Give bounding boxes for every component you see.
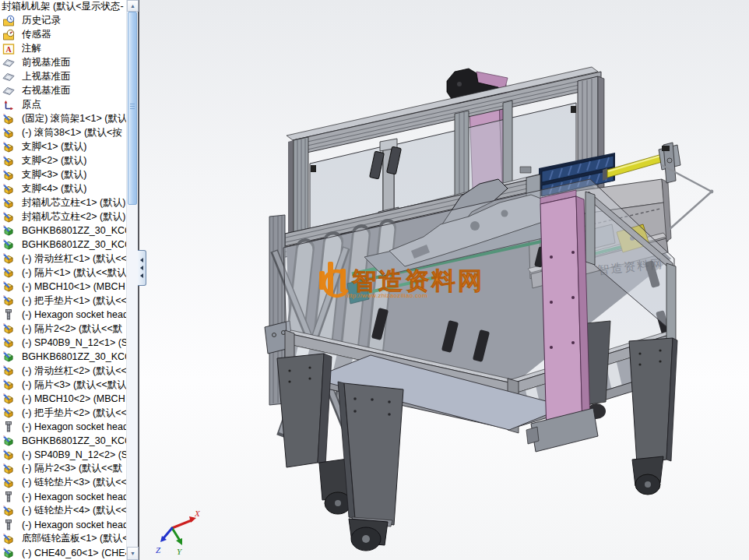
part-icon	[2, 294, 16, 307]
watermark-title: 智造资料网	[351, 267, 484, 294]
tree-item[interactable]: 历史记录	[0, 14, 126, 28]
part-icon	[2, 449, 16, 461]
tree-item[interactable]: A注解	[0, 42, 126, 56]
tree-item[interactable]: 支脚<3> (默认)	[0, 168, 126, 182]
machine-leg[interactable]	[338, 382, 403, 551]
tree-item[interactable]: (-) 滑动丝杠<2> (默认<<	[0, 364, 126, 378]
tree-item[interactable]: (-) 隔片2<2> (默认<<默	[0, 322, 126, 336]
caster-wheel[interactable]	[349, 517, 392, 551]
tree-item[interactable]: BGHKB6801ZZ_30_KCC<	[0, 434, 126, 448]
tree-item-label: (-) 隔片<3> (默认<<默认	[22, 379, 126, 392]
tree-item[interactable]: (-) 隔片<1> (默认<<默认	[0, 266, 126, 280]
part-icon	[2, 113, 16, 125]
tree-item[interactable]: 传感器	[0, 28, 126, 42]
tree-item[interactable]: 原点	[0, 98, 126, 112]
part-icon	[2, 280, 16, 293]
tree-item[interactable]: 支脚<2> (默认)	[0, 154, 126, 168]
tree-item[interactable]: 封箱机芯立柱<2> (默认)	[0, 210, 126, 224]
tree-item[interactable]: (-) Hexagon socket head	[0, 420, 126, 434]
tree-item[interactable]: 支脚<4> (默认)	[0, 182, 126, 196]
tree-item[interactable]: (-) CHE40_60<1> (CHE4	[0, 546, 126, 560]
tree-item[interactable]: (-) Hexagon socket head	[0, 518, 126, 532]
tree-item-label: BGHKB6801ZZ_30_KCC<	[22, 239, 126, 250]
collapse-arrow-icon	[140, 266, 143, 270]
scrollbar-thumb[interactable]	[128, 12, 137, 205]
tree-item[interactable]: (-) 隔片<3> (默认<<默认	[0, 378, 126, 392]
tree-item-label: (-) 滑动丝杠<2> (默认<<	[22, 365, 126, 378]
part-green-icon	[2, 435, 16, 447]
tree-item[interactable]: (固定) 滚筒架1<1> (默认<	[0, 112, 126, 126]
origin-icon	[2, 99, 16, 111]
tree-item-label: 注解	[22, 42, 41, 55]
tree-item[interactable]: (-) 滚筒38<1> (默认<按	[0, 126, 126, 140]
tree-item[interactable]: BGHKB6801ZZ_30_KCC<	[0, 238, 126, 252]
history-icon	[2, 15, 16, 27]
tree-item-list: 历史记录传感器A注解前视基准面上视基准面右视基准面原点(固定) 滚筒架1<1> …	[0, 14, 126, 560]
tree-item[interactable]: BGHKB6801ZZ_30_KCC<	[0, 350, 126, 364]
tree-item[interactable]: (-) SP40B9_N_12<2> (SP	[0, 448, 126, 462]
plane-icon	[2, 57, 16, 69]
tree-item-label: BGHKB6801ZZ_30_KCC<	[22, 225, 126, 236]
feature-tree: 封箱机机架 (默认<显示状态- 历史记录传感器A注解前视基准面上视基准面右视基准…	[0, 0, 126, 560]
tree-item[interactable]: 右视基准面	[0, 84, 126, 98]
machine-model[interactable]: 智造资料网	[265, 67, 713, 551]
tree-item-label: 底部链轮盖板<1> (默认<	[22, 532, 126, 545]
coordinate-triad: X Y Z	[156, 509, 201, 556]
tree-item[interactable]: (-) Hexagon socket head	[0, 308, 126, 322]
scroll-down-button[interactable]: ▼	[127, 547, 139, 560]
tree-item[interactable]: (-) MBCH10<1> (MBCH	[0, 280, 126, 294]
svg-text:A: A	[5, 45, 12, 54]
part-icon	[2, 477, 16, 489]
tree-root-label: 封箱机机架 (默认<显示状态-	[2, 0, 124, 13]
part-icon	[2, 365, 16, 377]
tree-item[interactable]: (-) MBCH10<2> (MBCH	[0, 392, 126, 406]
tree-item-label: (-) Hexagon socket head	[22, 491, 126, 502]
part-icon	[2, 266, 16, 279]
part-icon	[2, 169, 16, 181]
tree-item-label: 支脚<2> (默认)	[22, 154, 86, 167]
caster-wheel[interactable]	[632, 456, 663, 495]
triad-y-label: Y	[177, 547, 183, 556]
tree-item[interactable]: (-) 把手垫片<2> (默认<<	[0, 406, 126, 420]
tree-item-label: (-) 隔片2<3> (默认<<默	[22, 462, 122, 475]
tree-item[interactable]: (-) 滑动丝杠<1> (默认<<	[0, 252, 126, 266]
tree-item[interactable]: 支脚<1> (默认)	[0, 140, 126, 154]
tree-item[interactable]: (-) 链轮垫片<4> (默认<<	[0, 504, 126, 518]
tree-root-item[interactable]: 封箱机机架 (默认<显示状态-	[0, 0, 126, 14]
bolt-icon	[2, 491, 16, 503]
tree-item-label: BGHKB6801ZZ_30_KCC<	[22, 435, 126, 446]
tree-item-label: 历史记录	[22, 14, 61, 27]
panel-splitter[interactable]	[138, 250, 146, 286]
tree-item-label: (固定) 滚筒架1<1> (默认<	[22, 112, 126, 125]
graphics-viewport[interactable]: 智造资料网	[138, 0, 749, 560]
tree-item-label: (-) Hexagon socket head	[22, 519, 126, 530]
tree-item-label: (-) MBCH10<2> (MBCH	[22, 393, 125, 404]
tree-item[interactable]: 前视基准面	[0, 56, 126, 70]
part-icon	[2, 155, 16, 167]
scrollbar-grip-icon	[130, 104, 135, 110]
machine-leg[interactable]	[629, 338, 677, 495]
tree-item[interactable]: (-) SP40B9_N_12<1> (SP	[0, 336, 126, 350]
scroll-up-button[interactable]: ▲	[127, 0, 139, 12]
tree-item-label: 前视基准面	[22, 56, 71, 69]
tree-item[interactable]: 底部链轮盖板<1> (默认<	[0, 532, 126, 546]
part-icon	[2, 197, 16, 210]
watermark-url: http://www.zhizaoziliao.com	[345, 292, 427, 299]
triad-x-label: X	[194, 509, 201, 518]
tree-item-label: BGHKB6801ZZ_30_KCC<	[22, 351, 126, 362]
tree-item[interactable]: (-) 链轮垫片<3> (默认<<	[0, 476, 126, 490]
tree-item-label: (-) 把手垫片<2> (默认<<	[22, 407, 126, 420]
sensors-icon	[2, 29, 16, 41]
tree-item[interactable]: 上视基准面	[0, 70, 126, 84]
tree-item[interactable]: (-) 把手垫片<1> (默认<<	[0, 294, 126, 308]
tree-scrollbar[interactable]: ▲ ▼	[126, 0, 138, 560]
tree-item[interactable]: BGHKB6801ZZ_30_KCC<	[0, 224, 126, 238]
tree-item[interactable]: (-) Hexagon socket head	[0, 490, 126, 504]
part-icon	[2, 463, 16, 475]
tree-item-label: (-) 滚筒38<1> (默认<按	[22, 126, 122, 139]
tree-item-label: (-) Hexagon socket head	[22, 421, 126, 432]
tree-item[interactable]: 封箱机芯立柱<1> (默认)	[0, 196, 126, 210]
tree-item-label: (-) Hexagon socket head	[22, 309, 126, 320]
tree-item-label: (-) SP40B9_N_12<1> (SP	[22, 337, 126, 348]
tree-item[interactable]: (-) 隔片2<3> (默认<<默	[0, 462, 126, 476]
